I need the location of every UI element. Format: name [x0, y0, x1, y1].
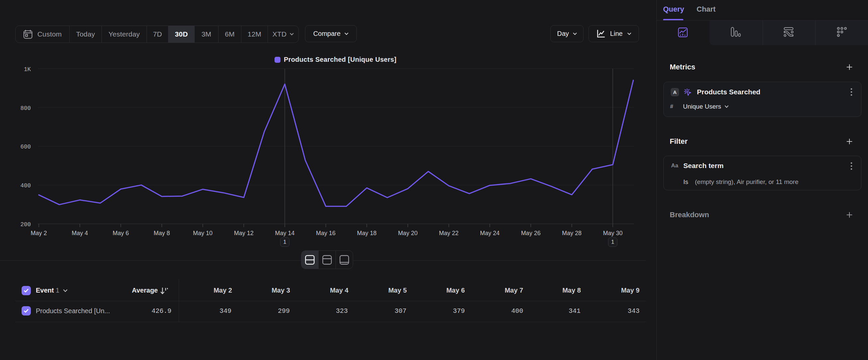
svg-text:May 26: May 26: [521, 230, 540, 237]
svg-text:May 16: May 16: [316, 230, 336, 237]
svg-text:May 14: May 14: [275, 230, 294, 237]
svg-text:800: 800: [20, 105, 31, 112]
svg-text:May 30: May 30: [603, 230, 623, 237]
svg-text:1K: 1K: [24, 66, 31, 73]
svg-text:400: 400: [20, 182, 31, 189]
svg-text:May 10: May 10: [193, 230, 213, 237]
svg-text:600: 600: [20, 143, 31, 150]
svg-text:May 2: May 2: [31, 230, 47, 237]
svg-text:May 24: May 24: [480, 230, 500, 237]
svg-text:May 12: May 12: [234, 230, 254, 237]
svg-text:May 28: May 28: [562, 230, 582, 237]
svg-text:May 4: May 4: [72, 230, 88, 237]
svg-text:May 18: May 18: [357, 230, 377, 237]
svg-text:May 22: May 22: [439, 230, 459, 237]
svg-text:May 8: May 8: [154, 230, 170, 237]
svg-text:May 20: May 20: [398, 230, 417, 237]
svg-text:200: 200: [20, 221, 31, 228]
svg-text:May 6: May 6: [113, 230, 129, 237]
